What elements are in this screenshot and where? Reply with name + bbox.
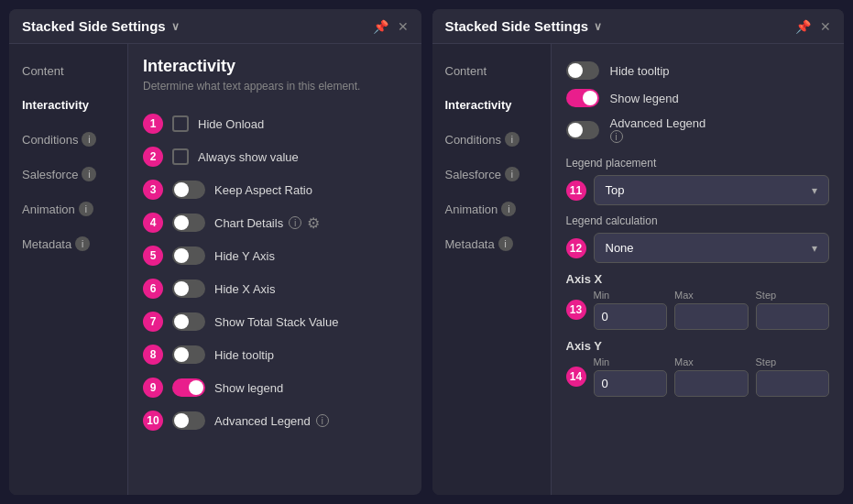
axis-y-step-label: Step bbox=[756, 356, 830, 367]
axis-x-section: Axis X 13 Min Max Step bbox=[566, 272, 830, 330]
keep-aspect-ratio-label: Keep Aspect Ratio bbox=[214, 183, 312, 197]
right-header-icons: 📌 ✕ bbox=[795, 19, 831, 34]
hide-x-axis-label: Hide X Axis bbox=[214, 282, 275, 296]
right-sidebar-item-animation[interactable]: Animation i bbox=[432, 192, 551, 225]
sidebar-interactivity-label: Interactivity bbox=[22, 98, 89, 112]
right-panel-body: Content Interactivity Conditions i Sales… bbox=[432, 44, 845, 495]
axis-y-fields: Min Max Step bbox=[594, 356, 830, 397]
left-panel-header: Stacked Side Settings ∨ 📌 ✕ bbox=[9, 9, 421, 44]
right-panel-title: Stacked Side Settings ∨ bbox=[445, 18, 603, 34]
axis-x-min-field: Min bbox=[594, 290, 668, 330]
right-hide-tooltip-row: Hide tooltip bbox=[566, 57, 830, 84]
advanced-legend-toggle[interactable] bbox=[172, 411, 205, 430]
sidebar-item-salesforce[interactable]: Salesforce i bbox=[9, 158, 127, 191]
legend-calculation-label: Legend calculation bbox=[566, 214, 830, 227]
right-sidebar-item-salesforce[interactable]: Salesforce i bbox=[432, 158, 551, 191]
left-panel-title: Stacked Side Settings ∨ bbox=[22, 18, 180, 34]
step-8: 8 bbox=[143, 345, 163, 365]
right-sidebar-content-label: Content bbox=[445, 64, 487, 78]
advanced-legend-info-icon: i bbox=[316, 414, 329, 427]
right-sidebar-metadata-label: Metadata bbox=[445, 237, 495, 251]
left-panel-body: Content Interactivity Conditions i Sales… bbox=[9, 44, 421, 495]
chart-details-gear-icon[interactable]: ⚙ bbox=[307, 214, 320, 232]
axis-y-title: Axis Y bbox=[566, 339, 830, 353]
toggle-thumb-7 bbox=[174, 314, 189, 329]
axis-y-min-input[interactable] bbox=[594, 370, 668, 397]
right-pin-icon[interactable]: 📌 bbox=[795, 19, 811, 34]
step-11: 11 bbox=[566, 181, 586, 201]
right-sidebar-item-conditions[interactable]: Conditions i bbox=[432, 123, 551, 156]
right-show-legend-toggle[interactable] bbox=[566, 89, 599, 107]
show-legend-label: Show legend bbox=[214, 381, 283, 395]
step-9: 9 bbox=[143, 378, 163, 398]
right-sidebar-animation-label: Animation bbox=[445, 203, 498, 216]
right-advanced-legend-row: Advanced Legend i bbox=[566, 112, 830, 148]
legend-placement-value: Top bbox=[606, 183, 625, 197]
right-toggle-thumb-show-legend bbox=[583, 91, 597, 105]
option-row-5: 5 Hide Y Axis bbox=[143, 239, 407, 272]
right-sidebar-item-content[interactable]: Content bbox=[432, 55, 551, 87]
right-main-content: Hide tooltip Show legend Advanced Legend bbox=[552, 44, 845, 495]
conditions-badge: i bbox=[82, 132, 96, 147]
toggle-thumb-5 bbox=[174, 248, 189, 263]
right-close-icon[interactable]: ✕ bbox=[820, 19, 831, 34]
toggle-thumb-8 bbox=[174, 347, 189, 362]
axis-y-section: Axis Y 14 Min Max Step bbox=[566, 339, 830, 397]
right-hide-tooltip-toggle[interactable] bbox=[566, 61, 599, 80]
option-row-2: 2 Always show value bbox=[143, 140, 407, 173]
hide-onload-checkbox[interactable] bbox=[172, 115, 189, 132]
always-show-value-checkbox[interactable] bbox=[172, 148, 189, 165]
show-total-stack-toggle[interactable] bbox=[172, 312, 205, 331]
axis-x-max-input[interactable] bbox=[674, 303, 749, 330]
right-metadata-badge: i bbox=[498, 236, 513, 251]
close-icon[interactable]: ✕ bbox=[398, 19, 409, 34]
right-sidebar-salesforce-label: Salesforce bbox=[445, 168, 501, 181]
option-row-3: 3 Keep Aspect Ratio bbox=[143, 173, 407, 206]
sidebar-item-conditions[interactable]: Conditions i bbox=[9, 123, 127, 156]
chart-details-toggle[interactable] bbox=[172, 214, 205, 232]
step-1: 1 bbox=[143, 114, 163, 134]
sidebar-item-content[interactable]: Content bbox=[9, 55, 127, 87]
axis-x-fields: Min Max Step bbox=[594, 290, 830, 330]
hide-tooltip-label: Hide tooltip bbox=[214, 348, 274, 362]
main-subtitle: Determine what text appears in this elem… bbox=[143, 80, 407, 93]
right-sidebar-item-interactivity[interactable]: Interactivity bbox=[432, 89, 551, 121]
hide-x-axis-toggle[interactable] bbox=[172, 279, 205, 298]
step-3: 3 bbox=[143, 180, 163, 200]
axis-y-step-input[interactable] bbox=[756, 370, 830, 397]
right-hide-tooltip-label: Hide tooltip bbox=[610, 64, 670, 78]
axis-y-max-input[interactable] bbox=[674, 370, 749, 397]
right-title-chevron: ∨ bbox=[594, 20, 602, 33]
axis-y-min-label: Min bbox=[594, 356, 668, 367]
keep-aspect-ratio-toggle[interactable] bbox=[172, 181, 205, 199]
option-row-7: 7 Show Total Stack Value bbox=[143, 305, 407, 338]
toggle-thumb-6 bbox=[174, 281, 189, 296]
sidebar-item-interactivity[interactable]: Interactivity bbox=[9, 89, 127, 121]
legend-calculation-dropdown[interactable]: None ▾ bbox=[594, 233, 830, 263]
right-toggle-thumb-hide-tooltip bbox=[568, 63, 583, 78]
hide-tooltip-toggle[interactable] bbox=[172, 345, 205, 364]
option-row-10: 10 Advanced Legend i bbox=[143, 404, 407, 437]
right-title-text: Stacked Side Settings bbox=[445, 18, 589, 34]
option-row-9: 9 Show legend bbox=[143, 371, 407, 404]
show-legend-toggle[interactable] bbox=[172, 378, 205, 397]
axis-x-step-field: Step bbox=[756, 290, 830, 330]
left-main-content: Interactivity Determine what text appear… bbox=[128, 44, 421, 495]
legend-placement-dropdown[interactable]: Top ▾ bbox=[594, 175, 830, 205]
right-advanced-legend-label: Advanced Legend i bbox=[610, 116, 706, 143]
hide-y-axis-toggle[interactable] bbox=[172, 247, 205, 265]
right-salesforce-badge: i bbox=[505, 167, 519, 181]
pin-icon[interactable]: 📌 bbox=[373, 19, 388, 34]
right-advanced-legend-toggle[interactable] bbox=[566, 121, 599, 139]
axis-x-min-input[interactable] bbox=[594, 303, 668, 330]
axis-x-field-labels: 13 Min Max Step bbox=[566, 290, 830, 330]
left-panel: Stacked Side Settings ∨ 📌 ✕ Content Inte… bbox=[9, 9, 421, 495]
legend-placement-label: Legend placement bbox=[566, 157, 830, 170]
axis-y-min-field: Min bbox=[594, 356, 668, 397]
sidebar-conditions-label: Conditions bbox=[22, 133, 78, 147]
axis-x-step-input[interactable] bbox=[756, 303, 830, 330]
right-sidebar-item-metadata[interactable]: Metadata i bbox=[432, 227, 551, 260]
sidebar-item-metadata[interactable]: Metadata i bbox=[9, 227, 127, 260]
sidebar-item-animation[interactable]: Animation i bbox=[9, 192, 127, 225]
left-header-icons: 📌 ✕ bbox=[373, 19, 409, 34]
